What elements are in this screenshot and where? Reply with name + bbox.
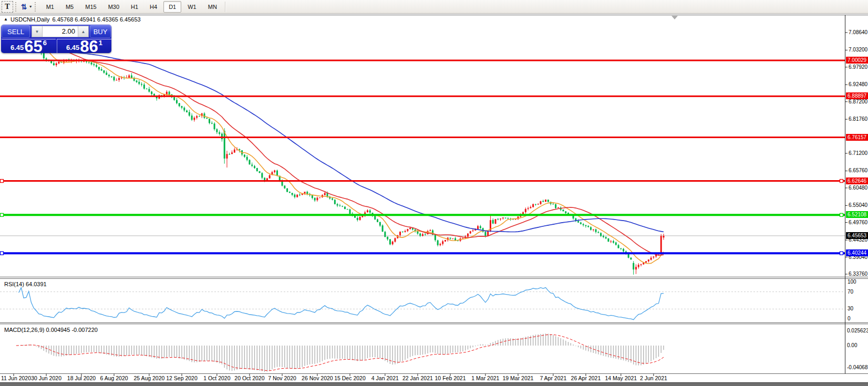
buy-button[interactable]: BUY — [90, 25, 111, 38]
timeframe-group: M1M5M15M30H1H4D1W1MN — [40, 1, 223, 13]
toolbar-drag-grip[interactable] — [35, 2, 37, 12]
buy-button-label: BUY — [94, 28, 108, 36]
date-label: 20 Oct 2020 — [234, 375, 264, 381]
timeframe-button-m1[interactable]: M1 — [41, 1, 59, 13]
chart-ohlc-values: 6.45768 6.45941 6.45365 6.45653 — [52, 16, 140, 23]
text-tool-icon: T — [5, 3, 9, 11]
spin-up-icon: ▲ — [81, 29, 86, 34]
date-label: 7 Apr 2021 — [540, 375, 566, 381]
price-chart-canvas[interactable] — [0, 0, 868, 386]
macd-label: MACD(12,26,9) 0.004945 -0.007220 — [4, 327, 98, 333]
current-price-label: 6.45653 — [846, 232, 868, 239]
toolbar-drag-grip[interactable] — [15, 2, 18, 12]
window-bottom-strip — [0, 382, 868, 386]
one-click-trading-panel: SELL ▼ 2.00 ▲ BUY 6.45 65 6 6.45 86 1 — [1, 25, 111, 53]
rsi-axis-label: 70 — [848, 289, 853, 295]
moving-average-line-55 — [14, 39, 664, 232]
price-tick-label: 6.92480 — [849, 81, 867, 87]
trading-terminal: T ⇅ ▼ M1M5M15M30H1H4D1W1MN ▲ USDCNH,Dail… — [0, 0, 868, 386]
price-tick-label: 6.81760 — [849, 116, 867, 122]
collapse-arrow-icon[interactable]: ▲ — [4, 17, 8, 22]
level-price-label[interactable]: 6.76157 — [846, 134, 868, 141]
buy-price-prefix: 6.45 — [66, 44, 79, 51]
sell-button[interactable]: SELL — [2, 25, 30, 38]
date-label: 14 May 2021 — [605, 375, 637, 381]
price-tick-label: 6.71200 — [849, 150, 867, 156]
arrows-icon: ⇅ — [21, 3, 27, 11]
buy-price-big: 86 — [80, 40, 98, 53]
chart-symbol-label: USDCNH,Daily — [11, 16, 50, 23]
rsi-label: RSI(14) 64.0391 — [4, 281, 47, 287]
price-tick-label: 7.08640 — [849, 29, 867, 35]
date-label: 11 Jun 2020 — [1, 375, 31, 381]
price-tick-label: 7.03200 — [849, 47, 867, 53]
date-label: 12 Sep 2020 — [166, 375, 198, 381]
date-label: 1 Mar 2021 — [471, 375, 499, 381]
sell-price-display[interactable]: 6.45 65 6 — [2, 39, 56, 53]
volume-value[interactable]: 2.00 — [43, 26, 78, 37]
macd-axis-label: 0.025623 — [847, 328, 868, 333]
sell-button-label: SELL — [7, 28, 24, 36]
price-tick-label: 6.49760 — [849, 220, 867, 225]
text-tool-button[interactable]: T — [2, 1, 13, 13]
buy-price-display[interactable]: 6.45 86 1 — [57, 39, 111, 53]
date-label: 22 Jan 2021 — [402, 375, 433, 381]
price-tick-label: 6.65760 — [849, 168, 867, 173]
date-label: 10 Feb 2021 — [435, 375, 466, 381]
level-price-label[interactable]: 7.00029 — [846, 57, 868, 64]
rsi-axis-label: 100 — [848, 279, 856, 285]
toolbar-separator — [225, 2, 225, 12]
volume-decrease-button[interactable]: ▼ — [32, 26, 43, 37]
timeframe-button-d1[interactable]: D1 — [163, 1, 181, 13]
price-tick-label: 6.33760 — [849, 271, 867, 277]
price-tick-label: 6.60480 — [849, 185, 867, 191]
timeframe-button-m5[interactable]: M5 — [60, 1, 79, 13]
chevron-down-icon: ▼ — [29, 5, 33, 8]
toolbar: T ⇅ ▼ M1M5M15M30H1H4D1W1MN — [0, 0, 868, 14]
price-tick-label: 6.55040 — [849, 202, 867, 208]
level-price-label[interactable]: 6.62646 — [846, 178, 868, 184]
timeframe-button-h4[interactable]: H4 — [144, 1, 162, 13]
macd-axis-label: 0.00 — [847, 342, 857, 348]
level-price-label[interactable]: 6.88897 — [846, 92, 868, 99]
date-label: 25 Aug 2020 — [133, 375, 164, 381]
level-price-label[interactable]: 6.52108 — [846, 211, 868, 218]
moving-average-line-8 — [14, 39, 664, 264]
timeframe-button-w1[interactable]: W1 — [182, 1, 202, 13]
volume-input: ▼ 2.00 ▲ — [32, 26, 89, 37]
date-label: 15 Dec 2020 — [334, 375, 366, 381]
arrows-tool-button[interactable]: ⇅ ▼ — [21, 2, 33, 12]
macd-histogram — [16, 333, 664, 372]
date-label: 7 Nov 2020 — [268, 375, 296, 381]
date-label: 1 Oct 2020 — [203, 375, 230, 381]
timeframe-button-m30[interactable]: M30 — [103, 1, 125, 13]
horizontal-line[interactable] — [0, 180, 845, 183]
date-label: 6 Aug 2020 — [100, 375, 128, 381]
chart-title: ▲ USDCNH,Daily 6.45768 6.45941 6.45365 6… — [4, 16, 141, 23]
date-label: 30 Jun 2020 — [31, 375, 61, 381]
date-label: 2 Jun 2021 — [640, 375, 667, 381]
spin-down-icon: ▼ — [35, 29, 39, 34]
price-tick-label: 6.97920 — [849, 64, 867, 70]
sell-price-pipette: 6 — [43, 39, 47, 47]
date-label: 19 Mar 2021 — [502, 375, 533, 381]
date-label: 26 Apr 2021 — [571, 375, 601, 381]
sell-price-prefix: 6.45 — [11, 44, 24, 51]
date-label: 26 Nov 2020 — [302, 375, 333, 381]
date-label: 18 Jul 2020 — [67, 375, 96, 381]
sell-price-big: 65 — [24, 40, 42, 53]
price-tick-label: 6.87200 — [849, 99, 867, 105]
macd-axis-label: -0.040687 — [847, 364, 868, 370]
rsi-axis-label: 0 — [848, 316, 851, 321]
timeframe-button-h1[interactable]: H1 — [126, 1, 143, 13]
volume-increase-button[interactable]: ▲ — [78, 26, 88, 37]
buy-price-pipette: 1 — [99, 39, 102, 47]
level-price-label[interactable]: 6.40244 — [846, 249, 868, 256]
date-label: 4 Jan 2021 — [371, 375, 399, 381]
timeframe-button-m15[interactable]: M15 — [80, 1, 101, 13]
horizontal-line[interactable] — [0, 252, 845, 255]
timeframe-button-mn[interactable]: MN — [203, 1, 222, 13]
rsi-line — [19, 288, 664, 320]
rsi-axis-label: 30 — [848, 306, 853, 311]
chart-shift-marker[interactable] — [671, 16, 678, 19]
